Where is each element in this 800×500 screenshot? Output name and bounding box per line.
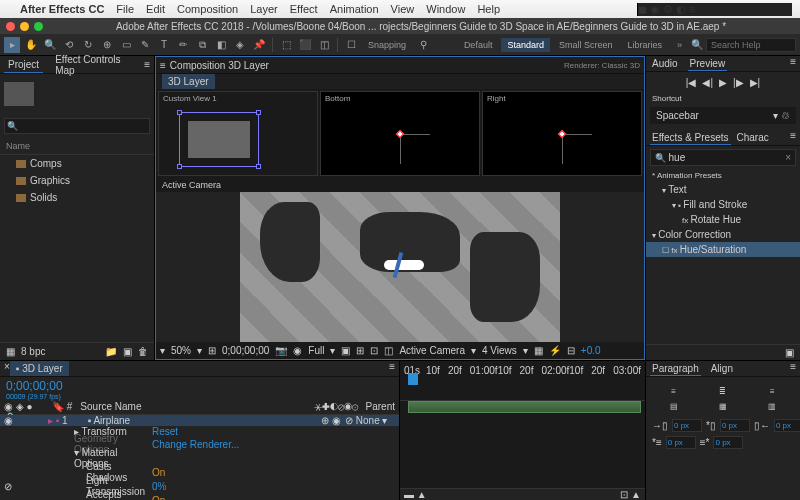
align-right-icon[interactable]: ≡ <box>749 385 796 398</box>
ws-default[interactable]: Default <box>458 38 499 52</box>
mag-icon[interactable]: ▾ <box>160 345 165 356</box>
menu-help[interactable]: Help <box>477 3 500 15</box>
res-dropdown[interactable]: Full <box>308 345 324 356</box>
anchor-tool-icon[interactable]: ⊕ <box>99 37 115 53</box>
app-name[interactable]: After Effects CC <box>20 3 104 15</box>
snapshot-icon[interactable]: 📷 <box>275 345 287 356</box>
zoom-button[interactable] <box>34 22 43 31</box>
prop-accepts-shadows[interactable]: Accepts ShadowsOn <box>0 493 399 500</box>
mask-icon[interactable]: ◫ <box>384 345 393 356</box>
layer-wireframe[interactable] <box>179 112 259 167</box>
justify-center-icon[interactable]: ▦ <box>699 400 746 413</box>
folder-comps[interactable]: Comps <box>0 155 154 172</box>
fast-icon[interactable]: ⚡ <box>549 345 561 356</box>
effects-search-input[interactable]: 🔍 hue× <box>650 149 796 166</box>
shortcut-dropdown[interactable]: Spacebar ▾ ♲ <box>650 107 796 124</box>
hand-tool-icon[interactable]: ✋ <box>23 37 39 53</box>
folder-solids[interactable]: Solids <box>0 189 154 206</box>
menu-edit[interactable]: Edit <box>146 3 165 15</box>
tab-align[interactable]: Align <box>709 361 735 376</box>
menu-layer[interactable]: Layer <box>250 3 278 15</box>
renderer-label[interactable]: Renderer: Classic 3D <box>564 61 640 70</box>
timeline-graph[interactable]: 01s10f20f01:00f10f20f02:00f10f20f03:00f … <box>400 361 645 500</box>
parent-header[interactable]: Parent <box>366 401 395 414</box>
trash-icon[interactable]: 🗑 <box>138 346 148 357</box>
first-frame-icon[interactable]: |◀ <box>686 77 697 88</box>
orbit-tool-icon[interactable]: ⟲ <box>61 37 77 53</box>
grid-icon[interactable]: ⊞ <box>356 345 364 356</box>
text-tool-icon[interactable]: T <box>156 37 172 53</box>
timecode[interactable]: 0;00;00;00 <box>6 379 393 393</box>
new-folder-icon[interactable]: 📁 <box>105 346 117 357</box>
roto-tool-icon[interactable]: ◈ <box>232 37 248 53</box>
ws-libraries[interactable]: Libraries <box>621 38 668 52</box>
space-after-input[interactable] <box>713 436 743 449</box>
zoom-out-icon[interactable]: ▬ ▲ <box>404 489 427 500</box>
menu-effect[interactable]: Effect <box>290 3 318 15</box>
justify-left-icon[interactable]: ▤ <box>650 400 697 413</box>
menu-window[interactable]: Window <box>426 3 465 15</box>
tab-project[interactable]: Project <box>4 57 43 73</box>
zoom-dropdown[interactable]: 50% <box>171 345 191 356</box>
align-left-icon[interactable]: ≡ <box>650 385 697 398</box>
panel-menu-icon[interactable]: ≡ <box>790 361 796 376</box>
axis-view-icon[interactable]: ◫ <box>316 37 332 53</box>
menu-animation[interactable]: Animation <box>330 3 379 15</box>
src-header[interactable]: Source Name <box>80 401 141 414</box>
layer-row[interactable]: ◉ ▸ ▪ 1 ▪ Airplane ⊕ ◉ ⊘ None ▾ <box>0 415 399 426</box>
space-before-input[interactable] <box>666 436 696 449</box>
comp-tab[interactable]: Composition 3D Layer <box>170 60 269 71</box>
panel-menu-icon[interactable]: ≡ <box>144 59 150 70</box>
guides-icon[interactable]: ⊡ <box>370 345 378 356</box>
current-time-indicator[interactable] <box>408 373 418 385</box>
prev-frame-icon[interactable]: ◀| <box>702 77 713 88</box>
menu-view[interactable]: View <box>391 3 415 15</box>
puppet-tool-icon[interactable]: 📌 <box>251 37 267 53</box>
snap-opt-icon[interactable]: ⚲ <box>415 37 431 53</box>
parent-dropdown[interactable]: ⊘ None ▾ <box>345 415 395 426</box>
pen-tool-icon[interactable]: ✎ <box>137 37 153 53</box>
bpc-toggle[interactable]: 8 bpc <box>21 346 45 357</box>
tab-audio[interactable]: Audio <box>650 56 680 71</box>
indent-left-input[interactable] <box>672 419 702 432</box>
airplane-layer[interactable] <box>384 260 424 270</box>
tab-paragraph[interactable]: Paragraph <box>650 361 701 376</box>
brush-tool-icon[interactable]: ✏ <box>175 37 191 53</box>
zoom-tool-icon[interactable]: 🔍 <box>42 37 58 53</box>
tree-hue-saturation[interactable]: ☐ fx Hue/Saturation <box>646 242 800 257</box>
pixel-icon[interactable]: ▦ <box>534 345 543 356</box>
view-custom[interactable]: Custom View 1 <box>158 91 318 176</box>
exposure[interactable]: +0.0 <box>581 345 601 356</box>
view-right[interactable]: Right <box>482 91 642 176</box>
axis-world-icon[interactable]: ⬛ <box>297 37 313 53</box>
tab-character[interactable]: Charac <box>735 130 771 145</box>
tree-text[interactable]: ▾ Text <box>646 182 800 197</box>
indent-first-input[interactable] <box>720 419 750 432</box>
roi-icon[interactable]: ▣ <box>341 345 350 356</box>
menu-file[interactable]: File <box>116 3 134 15</box>
indent-right-input[interactable] <box>774 419 800 432</box>
layer-bar[interactable] <box>408 401 641 413</box>
ws-small[interactable]: Small Screen <box>553 38 619 52</box>
interpret-icon[interactable]: ▦ <box>6 346 15 357</box>
next-frame-icon[interactable]: |▶ <box>733 77 744 88</box>
align-center-icon[interactable]: ≣ <box>699 385 746 398</box>
panel-menu-icon[interactable]: ≡ <box>790 56 796 71</box>
selection-tool-icon[interactable]: ▸ <box>4 37 20 53</box>
last-frame-icon[interactable]: ▶| <box>750 77 761 88</box>
new-comp-icon[interactable]: ▣ <box>123 346 132 357</box>
ws-more-icon[interactable]: » <box>671 38 688 52</box>
help-search-input[interactable] <box>706 38 796 52</box>
tab-effects-presets[interactable]: Effects & Presets <box>650 130 731 145</box>
tab-preview[interactable]: Preview <box>688 56 728 71</box>
main-viewport[interactable] <box>156 192 644 342</box>
menu-composition[interactable]: Composition <box>177 3 238 15</box>
minimize-button[interactable] <box>20 22 29 31</box>
view-bottom[interactable]: Bottom <box>320 91 480 176</box>
project-search-input[interactable] <box>4 118 150 134</box>
folder-graphics[interactable]: Graphics <box>0 172 154 189</box>
timeline-tab[interactable]: ▪ 3D Layer <box>10 361 69 376</box>
tree-color-correction[interactable]: ▾ Color Correction <box>646 227 800 242</box>
new-bin-icon[interactable]: ▣ <box>785 347 794 358</box>
tree-animation-presets[interactable]: * Animation Presets <box>646 169 800 182</box>
